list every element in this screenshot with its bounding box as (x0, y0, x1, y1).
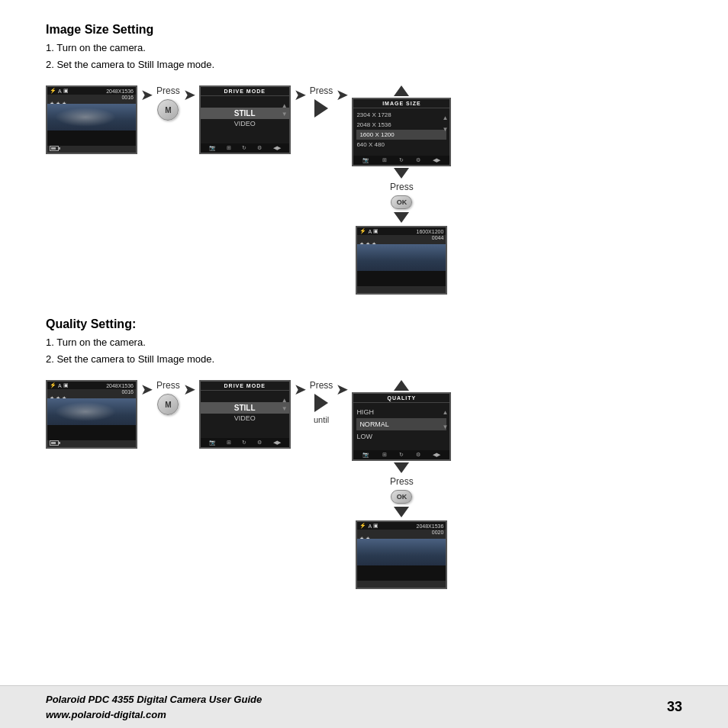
cam1-screen: ⚡A▣ 2048X1536 0016 ★ ★ ★ (46, 85, 137, 154)
menu-item-video2: VIDEO (234, 414, 256, 423)
size-1600: 1600 X 1200 (356, 130, 446, 140)
result-cam2: ⚡A▣ 2048X1536 0020 ★ ★ (356, 520, 447, 589)
nav-down-arrow[interactable] (394, 168, 409, 179)
quality-menu: QUALITY HIGH NORMAL LOW ▲ ▼ 📷⊞↻⚙◀▶ (352, 392, 451, 461)
result-down-arrow2 (394, 507, 409, 517)
quality-low: LOW (356, 430, 446, 443)
button-ok2[interactable]: OK (391, 490, 412, 504)
nav-down-arrow2[interactable] (394, 462, 409, 473)
menu-item-still: STILL (201, 108, 289, 119)
arrow4: ➤ (336, 85, 349, 104)
drive-mode-menu: DRIVE MODE STILL VIDEO ▲ ▼ 📷⊞↻⚙◀▶ (199, 85, 291, 154)
arrow2-3: ➤ (294, 380, 307, 398)
nav-up-arrow[interactable] (394, 85, 409, 96)
right-panel: IMAGE SIZE 2304 X 1728 2048 X 1536 1600 … (352, 85, 451, 295)
size-2304: 2304 X 1728 (356, 110, 446, 120)
diagram1: ⚡A▣ 2048X1536 0016 ★ ★ ★ ➤ Press M ➤ (46, 85, 682, 295)
press-m-block: Press M (156, 85, 180, 121)
press-ok-block: Press OK (390, 182, 414, 209)
right-panel2: QUALITY HIGH NORMAL LOW ▲ ▼ 📷⊞↻⚙◀▶ (352, 380, 451, 589)
quality-high: HIGH (356, 406, 446, 418)
arrow1: ➤ (140, 85, 153, 104)
menu-item-still2: STILL (201, 402, 289, 414)
button-ok[interactable]: OK (391, 195, 412, 209)
section2-steps: 1. Turn on the camera. 2. Set the camera… (46, 334, 682, 368)
quality-normal: NORMAL (356, 418, 446, 430)
press-right2-block: Press until (310, 380, 333, 424)
button-m2[interactable]: M (157, 394, 179, 415)
arrow2-4: ➤ (336, 380, 349, 398)
page-content: Image Size Setting 1. Turn on the camera… (0, 0, 728, 604)
press-right-arrow (314, 99, 328, 118)
section1: Image Size Setting 1. Turn on the camera… (46, 23, 682, 295)
section1-steps: 1. Turn on the camera. 2. Set the camera… (46, 40, 682, 73)
arrow2-2: ➤ (183, 380, 196, 398)
imgsize-menu: IMAGE SIZE 2304 X 1728 2048 X 1536 1600 … (352, 98, 451, 166)
result-down-arrow (394, 212, 409, 223)
result-cam1: ⚡A▣ 1600X1200 0044 ★ ★ ★ (356, 226, 447, 295)
page-footer: Polaroid PDC 4355 Digital Camera User Gu… (0, 685, 728, 728)
size-640: 640 X 480 (356, 140, 446, 150)
press-m2-block: Press M (156, 380, 180, 415)
cam2-screen: ⚡A▣ 2048X1536 0016 ★ ★ ★ (46, 380, 137, 449)
arrow2: ➤ (183, 85, 196, 104)
size-2048: 2048 X 1536 (356, 120, 446, 130)
section2-title: Quality Setting: (46, 317, 682, 331)
footer-text: Polaroid PDC 4355 Digital Camera User Gu… (46, 692, 262, 722)
press-ok2-block: Press OK (390, 476, 414, 504)
button-m[interactable]: M (157, 99, 179, 121)
menu-item-video: VIDEO (234, 119, 256, 128)
drive-mode-menu2: DRIVE MODE STILL VIDEO ▲ ▼ 📷⊞↻⚙◀▶ (199, 380, 291, 449)
press-right-block: Press (310, 85, 333, 118)
nav-up-arrow2[interactable] (394, 380, 409, 391)
section1-title: Image Size Setting (46, 23, 682, 37)
arrow3: ➤ (294, 85, 307, 104)
diagram2: ⚡A▣ 2048X1536 0016 ★ ★ ★ ➤ Press M ➤ (46, 380, 682, 589)
section2: Quality Setting: 1. Turn on the camera. … (46, 317, 682, 589)
press-right2-arrow (314, 394, 328, 412)
page-number: 33 (667, 699, 682, 715)
arrow2-1: ➤ (140, 380, 153, 398)
